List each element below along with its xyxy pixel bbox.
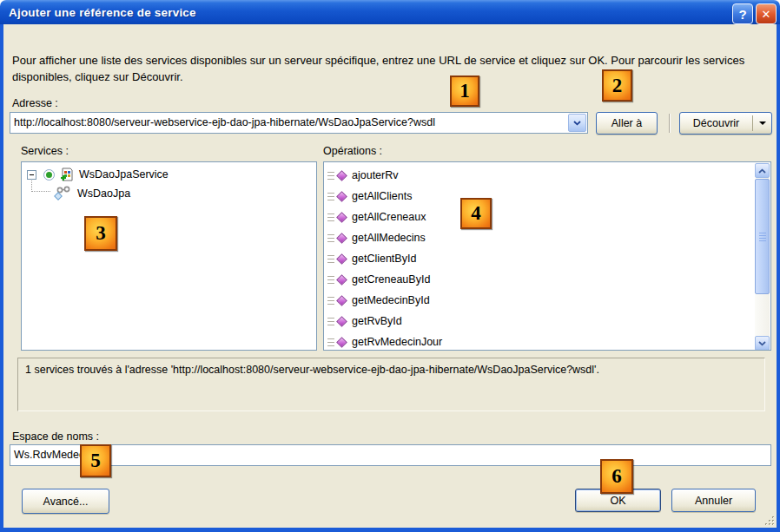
- help-icon: ?: [738, 7, 746, 22]
- web-method-icon: [336, 253, 347, 265]
- address-combobox[interactable]: http://localhost:8080/serveur-webservice…: [10, 112, 588, 134]
- method-lines-icon: [327, 318, 334, 325]
- advanced-button-label: Avancé...: [43, 496, 89, 508]
- address-value[interactable]: http://localhost:8080/serveur-webservice…: [10, 113, 567, 133]
- method-lines-icon: [327, 276, 334, 284]
- close-button[interactable]: ✕: [756, 3, 777, 24]
- callout-badge-5: 5: [80, 444, 111, 477]
- callout-badge-3: 3: [84, 216, 117, 251]
- web-method-icon: [336, 212, 347, 223]
- endpoint-icon: [53, 186, 72, 200]
- namespace-input[interactable]: Ws.RdvMedecins: [10, 444, 771, 466]
- method-lines-icon: [327, 193, 334, 200]
- operation-item[interactable]: getAllMedecins: [327, 227, 753, 248]
- ok-button-label: OK: [610, 495, 625, 507]
- scroll-up-button[interactable]: [755, 163, 770, 178]
- callout-badge-2: 2: [602, 69, 632, 102]
- operation-item[interactable]: getAllCreneaux: [327, 207, 753, 227]
- add-service-reference-dialog: Ajouter une référence de service ? ✕ Pou…: [0, 0, 780, 532]
- scrollbar-grip-icon: [759, 233, 766, 241]
- operation-name: getClientById: [352, 253, 416, 265]
- tree-collapse-icon[interactable]: [27, 170, 36, 180]
- operation-item[interactable]: getAllClients: [327, 186, 753, 207]
- web-method-icon: [336, 170, 347, 181]
- web-method-icon: [336, 295, 347, 306]
- callout-badge-6: 6: [600, 459, 633, 494]
- namespace-label: Espace de noms :: [12, 430, 99, 443]
- go-button-label: Aller à: [611, 117, 642, 129]
- close-icon: ✕: [762, 8, 771, 21]
- advanced-button[interactable]: Avancé...: [22, 489, 109, 514]
- chevron-down-icon: [758, 341, 766, 346]
- operation-item[interactable]: getRvMedecinJour: [327, 332, 753, 351]
- operation-item[interactable]: getRvById: [327, 311, 753, 332]
- address-dropdown-button[interactable]: [568, 114, 586, 132]
- services-label: Services :: [21, 145, 69, 157]
- method-lines-icon: [327, 297, 334, 305]
- operation-item[interactable]: ajouterRv: [327, 165, 753, 186]
- chevron-up-icon: [758, 168, 766, 174]
- service-icon: [60, 167, 74, 181]
- operation-name: getAllMedecins: [352, 232, 426, 244]
- scrollbar-thumb[interactable]: [755, 179, 770, 294]
- method-lines-icon: [327, 172, 334, 180]
- method-lines-icon: [327, 255, 334, 263]
- toolbar-separator: [669, 114, 670, 133]
- resize-grip[interactable]: [763, 515, 776, 527]
- intro-text: Pour afficher une liste des services dis…: [12, 53, 757, 86]
- discover-split-button[interactable]: Découvrir: [679, 112, 772, 135]
- services-tree[interactable]: WsDaoJpaService WsDaoJpa: [21, 161, 317, 351]
- address-label: Adresse :: [12, 97, 58, 109]
- web-method-icon: [336, 233, 347, 244]
- operation-name: getMedecinById: [352, 294, 430, 306]
- go-button[interactable]: Aller à: [596, 112, 658, 135]
- triangle-down-icon: [759, 122, 766, 125]
- chevron-down-icon: [573, 121, 581, 126]
- operation-item[interactable]: getMedecinById: [327, 290, 753, 311]
- dialog-body: Pour afficher une liste des services dis…: [0, 24, 780, 532]
- operation-name: getAllClients: [352, 190, 412, 202]
- split-divider: [752, 115, 753, 131]
- discover-button-label[interactable]: Découvrir: [680, 117, 752, 129]
- operation-name: getAllCreneaux: [352, 211, 426, 223]
- operation-name: getRvById: [352, 315, 402, 327]
- service-selected-radio-icon[interactable]: [43, 169, 55, 181]
- web-method-icon: [336, 337, 347, 348]
- cancel-button-label: Annuler: [695, 495, 732, 507]
- service-name: WsDaoJpaService: [79, 168, 169, 181]
- status-text: 1 services trouvés à l'adresse 'http://l…: [18, 358, 764, 381]
- web-method-icon: [336, 274, 347, 286]
- method-lines-icon: [327, 338, 334, 346]
- web-method-icon: [336, 316, 347, 327]
- window-title: Ajouter une référence de service: [0, 6, 196, 19]
- method-lines-icon: [327, 234, 334, 242]
- cancel-button[interactable]: Annuler: [671, 489, 756, 512]
- help-button[interactable]: ?: [732, 3, 753, 24]
- web-method-icon: [336, 191, 347, 202]
- operation-name: ajouterRv: [352, 169, 399, 181]
- service-endpoint-node[interactable]: WsDaoJpa: [53, 186, 130, 200]
- operations-scrollbar[interactable]: [755, 163, 770, 351]
- operations-list[interactable]: ajouterRv getAllClients getAllCreneaux g…: [323, 161, 771, 351]
- operation-item[interactable]: getClientById: [327, 248, 753, 269]
- operation-name: getRvMedecinJour: [352, 336, 442, 348]
- operation-item[interactable]: getCreneauById: [327, 269, 753, 290]
- callout-badge-1: 1: [450, 76, 479, 107]
- operation-name: getCreneauById: [352, 273, 430, 286]
- scroll-down-button[interactable]: [755, 336, 770, 351]
- status-panel: 1 services trouvés à l'adresse 'http://l…: [17, 358, 765, 411]
- title-bar[interactable]: Ajouter une référence de service ? ✕: [0, 0, 780, 24]
- callout-badge-4: 4: [460, 198, 492, 229]
- endpoint-name: WsDaoJpa: [77, 187, 130, 200]
- operations-label: Opérations :: [323, 145, 382, 157]
- discover-dropdown-button[interactable]: [754, 122, 771, 125]
- method-lines-icon: [327, 213, 334, 221]
- service-tree-node[interactable]: WsDaoJpaService: [27, 167, 169, 181]
